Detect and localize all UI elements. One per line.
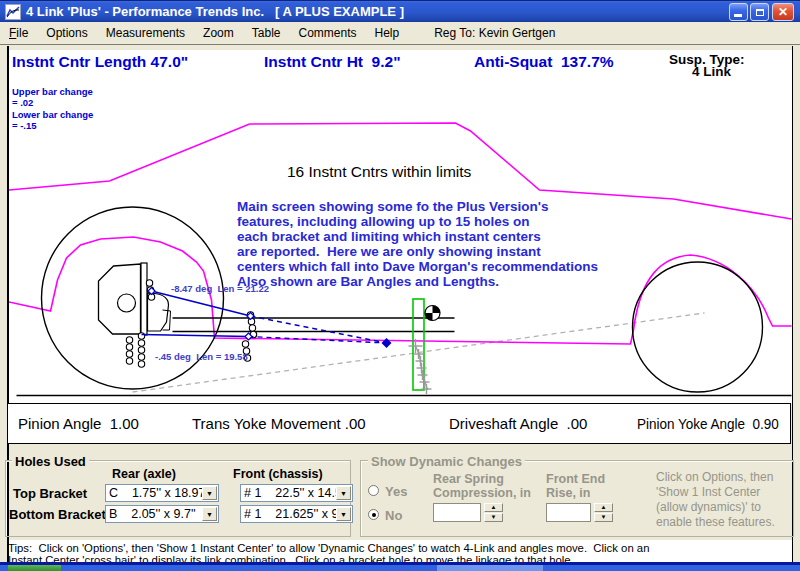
spin-down-icon[interactable]: ▼ [484, 513, 503, 522]
dynamic-changes-title: Show Dynamic Changes [368, 454, 525, 469]
menu-options[interactable]: Options [37, 23, 96, 43]
pinion-angle-value: Pinion Angle 1.00 [18, 415, 139, 432]
selected-instant-center-marker[interactable] [381, 338, 391, 348]
pinion-yoke-angle-value: Pinion Yoke Angle 0.90 [637, 415, 779, 432]
radio-dot [372, 513, 376, 517]
close-icon: ✕ [778, 5, 788, 19]
bottom-bracket-front-dropdown[interactable]: # 1 21.625'' x 9.5 ▼ [240, 505, 353, 523]
rear-spring-compression-field[interactable] [433, 503, 481, 522]
dynamic-note-line: enable these features. [656, 515, 775, 529]
taskbar [0, 565, 800, 571]
rear-spring-label-line2: Compression, in [433, 486, 531, 500]
no-radio[interactable] [368, 509, 379, 520]
axle-housing [98, 263, 170, 335]
dropdown-arrow-icon[interactable]: ▼ [336, 507, 351, 521]
menu-help[interactable]: Help [365, 23, 408, 43]
instant-center-length-value: Instnt Cntr Length 47.0" [12, 53, 188, 71]
maximize-button[interactable] [750, 3, 769, 21]
note-line: features, including allowing up to 15 ho… [237, 214, 530, 229]
dynamic-note-line: Click on Options, then [656, 470, 773, 484]
front-end-label-line1: Front End [546, 472, 605, 486]
instant-center-count: 16 Instnt Cntrs within limits [287, 163, 471, 181]
cg-symbol-icon [425, 306, 440, 321]
front-end-label-line2: Rise, in [546, 486, 590, 500]
instant-center-height-value: Instnt Cntr Ht 9.2" [264, 53, 401, 71]
registered-to-label: Reg To: Kevin Gertgen [434, 26, 555, 40]
front-chassis-column-header: Front (chassis) [233, 467, 323, 481]
spin-up-icon[interactable]: ▲ [484, 503, 503, 512]
menu-file[interactable]: File [0, 23, 37, 43]
rear-lower-bracket-holes[interactable] [126, 333, 144, 367]
front-tire [632, 262, 762, 392]
rear-spring-stepper[interactable]: ▲ ▼ [484, 503, 503, 522]
menu-measurements[interactable]: Measurements [97, 23, 194, 43]
app-window: 4 Link 'Plus' - Performance Trends Inc. … [0, 0, 800, 571]
menu-zoom[interactable]: Zoom [194, 23, 243, 43]
spin-down-icon[interactable]: ▼ [594, 513, 613, 522]
note-line: centers which fall into Dave Morgan's re… [237, 259, 598, 274]
no-radio-label: No [385, 508, 402, 523]
menu-comments[interactable]: Comments [289, 23, 365, 43]
dropdown-arrow-icon[interactable]: ▼ [202, 486, 217, 500]
dynamic-note-line: (allow dynamics)' to [656, 500, 761, 514]
start-button-edge[interactable] [8, 565, 61, 571]
menu-table[interactable]: Table [243, 23, 290, 43]
upper-bar-change-label: Upper bar change [12, 86, 93, 97]
minimize-button[interactable] [729, 3, 748, 21]
dropdown-arrow-icon[interactable]: ▼ [202, 507, 217, 521]
maximize-icon [756, 9, 764, 16]
upper-bar-angle-label: -8.47 deg Len = 21.22 [171, 283, 269, 294]
spin-up-icon[interactable]: ▲ [594, 503, 613, 512]
lower-bar-change-value: = -.15 [12, 120, 37, 131]
note-line: each bracket and limiting which instant … [237, 229, 541, 244]
anti-squat-value: Anti-Squat 137.7% [474, 53, 614, 71]
title-bar[interactable]: 4 Link 'Plus' - Performance Trends Inc. … [0, 0, 800, 22]
dropdown-arrow-icon[interactable]: ▼ [336, 486, 351, 500]
trans-yoke-movement-value: Trans Yoke Movement .00 [192, 415, 366, 432]
menu-bar: File Options Measurements Zoom Table Com… [0, 22, 800, 45]
yes-radio[interactable] [368, 485, 379, 496]
upper-bar-change-value: = .02 [12, 97, 33, 108]
lower-bar-angle-label: -.45 deg Len = 19.58 [155, 351, 248, 362]
driveshaft-angle-value: Driveshaft Angle .00 [449, 415, 587, 432]
note-bold-line: Also shown are Bar Angles and Lengths. [237, 274, 499, 289]
susp-type-value: 4 Link [692, 64, 731, 79]
top-bracket-rear-dropdown[interactable]: C 1.75'' x 18.97'' ▼ [105, 484, 219, 502]
front-end-stepper[interactable]: ▲ ▼ [594, 503, 613, 522]
taskbar-button-edge[interactable] [437, 565, 543, 571]
note-line: are reported. Here we are only showing i… [237, 244, 541, 259]
bottom-bracket-label: Bottom Bracket [9, 507, 106, 522]
yes-radio-label: Yes [385, 484, 407, 499]
rear-axle-column-header: Rear (axle) [112, 467, 176, 481]
minimize-icon [734, 14, 742, 17]
top-bracket-front-dropdown[interactable]: # 1 22.5'' x 14.50 ▼ [240, 484, 353, 502]
bottom-bracket-rear-dropdown[interactable]: B 2.05'' x 9.7'' ▼ [105, 505, 219, 523]
window-title: 4 Link 'Plus' - Performance Trends Inc. … [26, 4, 404, 19]
app-icon [5, 4, 21, 20]
lower-bar-change-label: Lower bar change [12, 109, 93, 120]
front-end-rise-field[interactable] [546, 503, 591, 522]
top-bracket-label: Top Bracket [13, 486, 87, 501]
holes-used-title: Holes Used [12, 454, 89, 469]
rear-spring-label-line1: Rear Spring [433, 472, 504, 486]
note-line: Main screen showing some fo the Plus Ver… [237, 199, 549, 214]
dynamic-note-line: 'Show 1 Inst Center [656, 485, 760, 499]
instant-center-crosshairs[interactable] [408, 339, 431, 394]
close-button[interactable]: ✕ [772, 3, 794, 21]
